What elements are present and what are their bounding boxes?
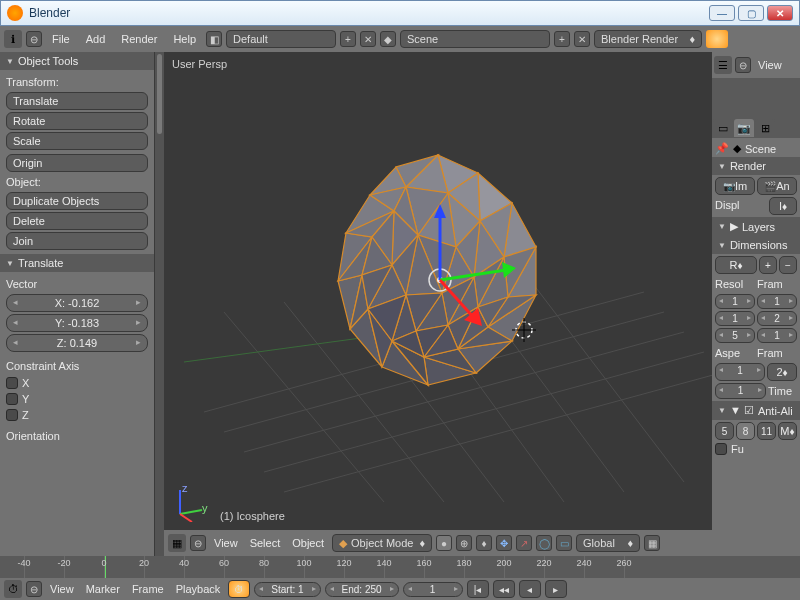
translate-button[interactable]: Translate xyxy=(6,92,148,110)
full-sample-checkbox[interactable]: Fu xyxy=(715,442,797,456)
tool-shelf-scrollbar[interactable] xyxy=(154,52,164,556)
timeline-collapse-icon[interactable]: ⊖ xyxy=(26,581,42,597)
operator-panel-header[interactable]: Translate xyxy=(0,254,154,272)
aspect-x-field[interactable]: 1 xyxy=(715,363,765,381)
jump-start-button[interactable]: |◂ xyxy=(467,580,489,598)
outliner-collapse-icon[interactable]: ⊖ xyxy=(735,57,751,73)
current-frame-field[interactable]: 1 xyxy=(403,582,463,597)
res-pct-field[interactable]: 5 xyxy=(715,328,755,343)
pin-icon[interactable]: 📌 xyxy=(715,142,729,155)
frame-step-field[interactable]: 1 xyxy=(757,328,797,343)
render-engine-dropdown[interactable]: Blender Render♦ xyxy=(594,30,702,48)
minimize-button[interactable]: — xyxy=(709,5,735,21)
layers-section-header[interactable]: ▶ Layers xyxy=(712,217,800,236)
object-tools-header[interactable]: Object Tools xyxy=(0,52,154,70)
scene-dropdown[interactable]: Scene xyxy=(400,30,550,48)
preset-add-button[interactable]: + xyxy=(759,256,777,274)
render-section-header[interactable]: Render xyxy=(712,157,800,175)
add-scene-button[interactable]: + xyxy=(554,31,570,47)
manipulator-scale-icon[interactable]: ▭ xyxy=(556,535,572,551)
fps-dropdown[interactable]: 2 ♦ xyxy=(767,363,797,381)
mode-dropdown[interactable]: ◆Object Mode♦ xyxy=(332,534,432,552)
frame-start-field[interactable]: 1 xyxy=(757,294,797,309)
remove-layout-button[interactable]: ✕ xyxy=(360,31,376,47)
tl-frame[interactable]: Frame xyxy=(128,581,168,597)
manipulator-translate-icon[interactable]: ↗ xyxy=(516,535,532,551)
vector-x-field[interactable]: X: -0.162 xyxy=(6,294,148,312)
play-button[interactable]: ▸ xyxy=(545,580,567,598)
keyframe-prev-button[interactable]: ◂◂ xyxy=(493,580,515,598)
tab-render-icon[interactable]: ▭ xyxy=(713,119,733,137)
play-reverse-button[interactable]: ◂ xyxy=(519,580,541,598)
join-button[interactable]: Join xyxy=(6,232,148,250)
back-to-previous-icon[interactable]: ◧ xyxy=(206,31,222,47)
manipulator-toggle-icon[interactable]: ✥ xyxy=(496,535,512,551)
dimensions-section-header[interactable]: Dimensions xyxy=(712,236,800,254)
tl-playback[interactable]: Playback xyxy=(172,581,225,597)
collapse-menu-3dview-icon[interactable]: ⊖ xyxy=(190,535,206,551)
outliner-view[interactable]: View xyxy=(754,57,786,73)
blender-splash-icon[interactable] xyxy=(706,30,728,48)
remove-scene-button[interactable]: ✕ xyxy=(574,31,590,47)
constraint-y-checkbox[interactable]: Y xyxy=(6,392,148,406)
anti-aliasing-header[interactable]: ▼ ☑ Anti-Ali xyxy=(712,401,800,420)
render-image-button[interactable]: 📷Im xyxy=(715,177,755,195)
pivot-median-icon[interactable]: ⊕ xyxy=(456,535,472,551)
render-anim-button[interactable]: 🎬An xyxy=(757,177,797,195)
preset-remove-button[interactable]: − xyxy=(779,256,797,274)
timeline-frames[interactable]: -40-200204060801001201401601802002202402… xyxy=(0,556,800,578)
collapse-menu-icon[interactable]: ⊖ xyxy=(26,31,42,47)
scene-browse-icon[interactable]: ◆ xyxy=(380,31,396,47)
context-scene-label: Scene xyxy=(745,143,776,155)
aspect-y-field[interactable]: 1 xyxy=(715,383,766,399)
rotate-button[interactable]: Rotate xyxy=(6,112,148,130)
render-preset-dropdown[interactable]: R ♦ xyxy=(715,256,757,274)
res-x-field[interactable]: 1 xyxy=(715,294,755,309)
res-y-field[interactable]: 1 xyxy=(715,311,755,326)
use-preview-range-icon[interactable]: ⏱ xyxy=(228,580,250,598)
menu-file[interactable]: File xyxy=(46,31,76,47)
delete-button[interactable]: Delete xyxy=(6,212,148,230)
editor-type-3dview-icon[interactable]: ▦ xyxy=(168,534,186,552)
aa-11-button[interactable]: 11 xyxy=(757,422,776,440)
vector-z-field[interactable]: Z: 0.149 xyxy=(6,334,148,352)
scale-button[interactable]: Scale xyxy=(6,132,148,150)
frame-end-field[interactable]: 2 xyxy=(757,311,797,326)
tab-scene-icon[interactable]: 📷 xyxy=(734,119,754,137)
aa-5-button[interactable]: 5 xyxy=(715,422,734,440)
origin-button[interactable]: Origin xyxy=(6,154,148,172)
transform-gizmo[interactable] xyxy=(360,200,520,360)
orientation-dropdown[interactable]: Global♦ xyxy=(576,534,640,552)
maximize-button[interactable]: ▢ xyxy=(738,5,764,21)
tl-view[interactable]: View xyxy=(46,581,78,597)
manipulator-rotate-icon[interactable]: ◯ xyxy=(536,535,552,551)
constraint-x-checkbox[interactable]: X xyxy=(6,376,148,390)
end-frame-field[interactable]: End: 250 xyxy=(325,582,399,597)
vh-select[interactable]: Select xyxy=(246,535,285,551)
start-frame-field[interactable]: Start: 1 xyxy=(254,582,320,597)
shading-solid-icon[interactable]: ● xyxy=(436,535,452,551)
vh-object[interactable]: Object xyxy=(288,535,328,551)
aa-filter-dropdown[interactable]: M ♦ xyxy=(778,422,797,440)
close-button[interactable]: ✕ xyxy=(767,5,793,21)
vector-y-field[interactable]: Y: -0.183 xyxy=(6,314,148,332)
menu-help[interactable]: Help xyxy=(167,31,202,47)
layers-button[interactable]: ▦ xyxy=(644,535,660,551)
pivot-options-icon[interactable]: ♦ xyxy=(476,535,492,551)
menu-add[interactable]: Add xyxy=(80,31,112,47)
tl-marker[interactable]: Marker xyxy=(82,581,124,597)
vh-view[interactable]: View xyxy=(210,535,242,551)
outliner-area[interactable]: ▭ 📷 ⊞ xyxy=(712,78,800,138)
add-layout-button[interactable]: + xyxy=(340,31,356,47)
display-mode-dropdown[interactable]: I ♦ xyxy=(769,197,797,215)
constraint-z-checkbox[interactable]: Z xyxy=(6,408,148,422)
3d-viewport[interactable]: User Persp xyxy=(164,52,712,530)
duplicate-button[interactable]: Duplicate Objects xyxy=(6,192,148,210)
aa-8-button[interactable]: 8 xyxy=(736,422,755,440)
screen-layout-dropdown[interactable]: Default xyxy=(226,30,336,48)
timeline-editor-icon[interactable]: ⏱ xyxy=(4,580,22,598)
editor-type-icon[interactable]: ℹ xyxy=(4,30,22,48)
tab-world-icon[interactable]: ⊞ xyxy=(755,119,775,137)
menu-render[interactable]: Render xyxy=(115,31,163,47)
outliner-editor-icon[interactable]: ☰ xyxy=(714,56,732,74)
